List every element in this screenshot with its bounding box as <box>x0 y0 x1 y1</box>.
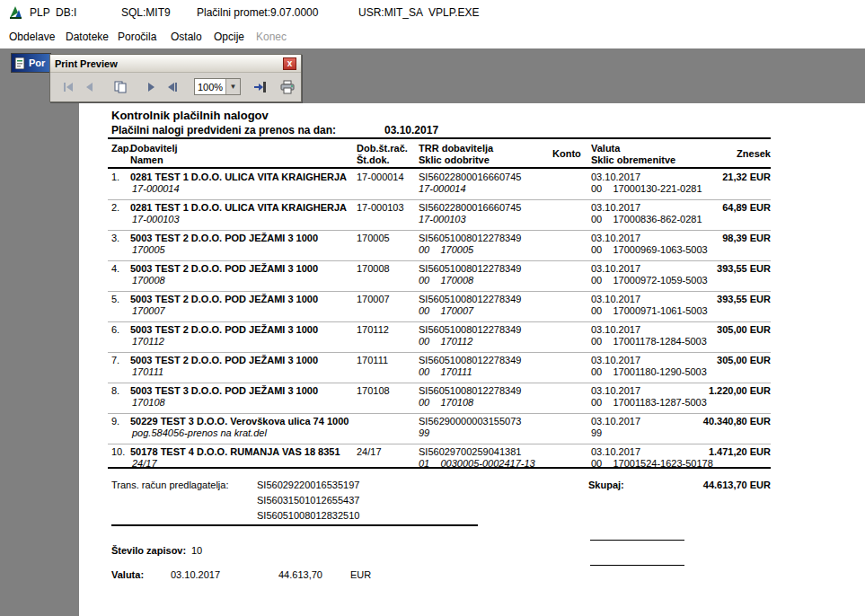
row-trr: SI56051008012278349 <box>419 233 521 243</box>
row-number: 8. <box>111 385 119 396</box>
row-trr: SI56029700259041381 <box>419 446 521 457</box>
trans-account-value: SI56029220016535197 <box>257 480 359 490</box>
print-preview-titlebar[interactable]: Print Preview x <box>50 55 301 73</box>
row-sklic-odobritve: 00 170111 <box>419 366 472 377</box>
row-sklic-obremenitve: 00 17000130-221-0281 <box>591 183 702 194</box>
row-supplier: 5003 TEST 2 D.O.O. POD JEŽAMI 3 1000 <box>130 233 318 243</box>
title-segment: Plačilni promet:9.07.0000 <box>197 6 318 19</box>
print-button[interactable] <box>277 76 298 98</box>
table-row: 2. 0281 TEST 1 D.O.O. ULICA VITA KRAIGHE… <box>108 200 771 231</box>
row-valuta: 03.10.2017 <box>591 385 640 396</box>
first-page-icon <box>61 80 75 94</box>
row-trr: SI56290000003155073 <box>419 416 521 427</box>
zoom-select[interactable]: 100% ▼ <box>194 78 241 95</box>
menu-item-ostalo[interactable]: Ostalo <box>171 25 202 48</box>
row-sklic-odobritve: 99 <box>419 427 429 438</box>
row-supplier: 5003 TEST 3 D.O.O. POD JEŽAMI 3 1000 <box>130 385 318 396</box>
table-row: 6. 5003 TEST 2 D.O.O. POD JEŽAMI 3 1000 … <box>108 322 771 353</box>
row-valuta: 03.10.2017 <box>591 263 640 274</box>
row-trr: SI56022800016660745 <box>419 202 521 213</box>
menu-item-datoteke[interactable]: Datoteke <box>66 25 109 48</box>
valuta-label: Valuta: <box>111 569 144 580</box>
close-icon: x <box>287 58 293 68</box>
last-page-button[interactable] <box>162 76 183 98</box>
row-valuta: 03.10.2017 <box>591 294 640 304</box>
row-namen: 170007 <box>132 305 165 316</box>
col-header-konto: Konto <box>552 148 581 159</box>
col-header-sklic-odobritve: Sklic odobritve <box>419 154 490 165</box>
pages-button[interactable] <box>110 76 131 98</box>
menu-item-opcije[interactable]: Opcije <box>214 25 244 48</box>
row-doc-number: 24/17 <box>357 446 382 457</box>
row-namen: 170112 <box>132 336 164 347</box>
record-count-label: Število zapisov: <box>111 545 186 556</box>
row-trr: SI56051008012278349 <box>419 385 521 396</box>
row-number: 9. <box>111 416 119 427</box>
row-supplier: 0281 TEST 1 D.O.O. ULICA VITA KRAIGHERJA <box>130 202 347 213</box>
table-row: 8. 5003 TEST 3 D.O.O. POD JEŽAMI 3 1000 … <box>108 383 771 414</box>
table-row: 7. 5003 TEST 2 D.O.O. POD JEŽAMI 3 1000 … <box>108 353 771 383</box>
row-trr: SI56051008012278349 <box>419 324 521 335</box>
row-sklic-obremenitve: 00 17001178-1284-5003 <box>591 336 707 347</box>
menu-bar: Obdelave Datoteke Poročila Ostalo Opcije… <box>0 25 865 48</box>
report-child-window-titlebar[interactable]: Por <box>11 53 51 73</box>
row-valuta: 03.10.2017 <box>591 355 640 365</box>
last-page-icon <box>165 80 180 94</box>
table-row: 9. 50229 TEST 3 D.O.O. Verovškova ulica … <box>108 414 771 444</box>
col-header-zap: Zap. <box>111 143 132 154</box>
mdi-workspace: Por Print Preview x <box>0 48 865 616</box>
row-sklic-obremenitve: 00 17000971-1061-5003 <box>591 305 708 316</box>
menu-item-konec[interactable]: Konec <box>256 25 287 48</box>
report-window-icon <box>14 57 26 69</box>
col-header-trr: TRR dobavitelja <box>419 143 493 154</box>
next-page-button[interactable] <box>140 76 162 98</box>
menu-item-porocila[interactable]: Poročila <box>118 25 156 48</box>
row-sklic-obremenitve: 00 17000972-1059-5003 <box>591 275 708 286</box>
row-number: 3. <box>111 233 119 243</box>
row-number: 10. <box>111 446 125 457</box>
row-supplier: 50178 TEST 4 D.O.O. RUMANJA VAS 18 8351 <box>130 446 340 457</box>
row-supplier: 50229 TEST 3 D.O.O. Verovškova ulica 74 … <box>130 416 349 427</box>
col-header-dob-st-rac: Dob.št.rač. <box>357 143 408 154</box>
row-namen: 170111 <box>132 366 163 377</box>
row-number: 2. <box>111 202 119 213</box>
row-sklic-obremenitve: 00 17000836-862-0281 <box>591 214 702 224</box>
row-sklic-odobritve: 00 170005 <box>419 244 473 255</box>
row-sklic-odobritve: 00 170008 <box>419 275 473 286</box>
row-valuta: 03.10.2017 <box>591 233 640 243</box>
row-doc-number: 170111 <box>357 355 388 365</box>
row-namen: 170108 <box>132 397 165 408</box>
row-namen: 17-000014 <box>132 183 180 194</box>
trans-account-label: Trans. račun predlagatelja: <box>111 480 228 490</box>
row-number: 5. <box>111 294 119 304</box>
row-trr: SI56051008012278349 <box>419 294 521 304</box>
row-doc-number: 170008 <box>357 263 390 274</box>
row-valuta: 03.10.2017 <box>591 416 640 427</box>
col-header-dobavitelj: Dobavitelj <box>130 143 178 154</box>
table-row: 4. 5003 TEST 2 D.O.O. POD JEŽAMI 3 1000 … <box>108 261 771 292</box>
row-number: 4. <box>111 263 119 274</box>
row-doc-number: 170005 <box>357 233 390 243</box>
previous-page-button[interactable] <box>79 76 101 98</box>
col-header-znesek: Znesek <box>636 148 771 159</box>
first-page-button[interactable] <box>57 76 79 98</box>
col-header-st-dok: Št.dok. <box>357 154 390 165</box>
signature-line <box>590 565 684 566</box>
exit-preview-button[interactable] <box>250 76 271 98</box>
table-row: 3. 5003 TEST 2 D.O.O. POD JEŽAMI 3 1000 … <box>108 231 771 261</box>
row-amount: 40.340,80 EUR <box>636 416 771 427</box>
previous-page-icon <box>83 80 97 94</box>
row-supplier: 0281 TEST 1 D.O.O. ULICA VITA KRAIGHERJA <box>130 172 347 182</box>
row-doc-number: 170007 <box>357 294 390 304</box>
valuta-amount: 44.613,70 <box>278 569 322 580</box>
row-sklic-obremenitve: 00 17000969-1063-5003 <box>591 244 708 255</box>
row-supplier: 5003 TEST 2 D.O.O. POD JEŽAMI 3 1000 <box>130 294 318 304</box>
report-window-title: Por <box>29 57 45 68</box>
close-button[interactable]: x <box>283 57 296 70</box>
row-valuta: 03.10.2017 <box>591 446 640 457</box>
menu-item-obdelave[interactable]: Obdelave <box>9 25 55 48</box>
col-header-namen: Namen <box>130 154 163 165</box>
total-label: Skupaj: <box>588 480 624 490</box>
row-number: 1. <box>111 172 119 182</box>
row-trr: SI56051008012278349 <box>419 263 521 274</box>
